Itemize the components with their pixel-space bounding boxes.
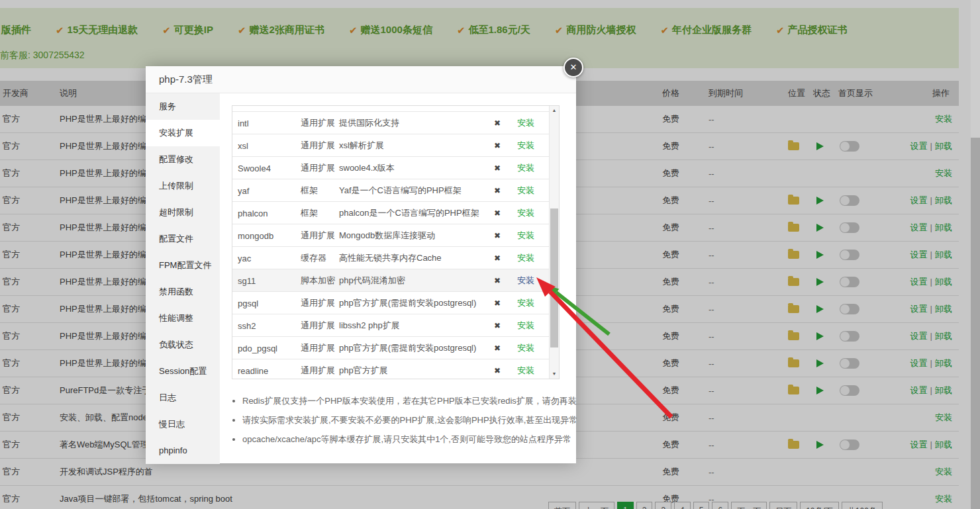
not-installed-icon: ✖ [494,254,501,263]
tab-[interactable]: 配置修改 [146,146,220,173]
extension-name: xsl [238,140,248,150]
not-installed-icon: ✖ [494,276,501,285]
tab-[interactable]: 上传限制 [146,173,220,199]
extension-install-link[interactable]: 安装 [517,275,534,287]
note-item: Redis扩展仅支持一个PHP版本安装使用，若在其它PHP版本已安装redis扩… [242,391,565,410]
extension-row: pgsql通用扩展php官方扩展(需提前安装postgresql)✖安装 [232,292,549,314]
extension-type: 框架 [301,207,318,219]
extension-row: yaf框架Yaf是一个C语言编写的PHP框架✖安装 [232,179,549,202]
extension-type: 通用扩展 [301,342,335,354]
scrollbar-thumb[interactable] [550,208,558,347]
extension-type: 脚本加密 [301,275,335,287]
not-installed-icon: ✖ [494,299,501,308]
extension-install-link[interactable]: 安装 [517,185,534,197]
note-item: opcache/xcache/apc等脚本缓存扩展,请只安装其中1个,否则可能导… [242,430,565,449]
extension-row: Swoole4通用扩展swoole4.x版本✖安装 [232,157,549,179]
extension-type: 通用扩展 [301,320,335,332]
tab-[interactable]: 配置文件 [146,226,220,252]
extension-type: 通用扩展 [301,365,335,377]
tab-session[interactable]: Session配置 [146,358,220,385]
extension-name: phalcon [238,208,268,218]
extension-row: pdo_pgsql通用扩展php官方扩展(需提前安装postgresql)✖安装 [232,337,549,359]
extension-name: sg11 [238,275,256,285]
extension-name: pdo_pgsql [238,343,277,353]
not-installed-icon: ✖ [494,186,501,195]
extension-row: xsl通用扩展xsl解析扩展✖安装 [232,134,549,157]
extension-type: 通用扩展 [301,297,335,309]
extension-install-link[interactable]: 安装 [517,365,534,377]
scroll-up-icon[interactable]: ▲ [550,106,559,115]
extension-desc: php官方扩展 [339,365,388,377]
modal-sidebar: 服务安装扩展配置修改上传限制超时限制配置文件FPM配置文件禁用函数性能调整负载状… [146,93,220,464]
extension-install-link[interactable]: 安装 [517,207,534,219]
extension-name: readline [238,365,268,375]
extension-type: 通用扩展 [301,117,335,129]
tab-[interactable]: 超时限制 [146,199,220,226]
extension-type: 通用扩展 [301,230,335,242]
tab-[interactable]: 日志 [146,385,220,411]
extension-desc: phalcon是一个C语言编写的PHP框架 [339,207,479,219]
extension-type: 通用扩展 [301,140,335,152]
extension-type: 框架 [301,185,318,197]
not-installed-icon: ✖ [494,141,501,150]
extension-install-link[interactable]: 安装 [517,320,534,332]
tab-[interactable]: 安装扩展 [146,120,220,146]
extension-desc: php官方扩展(需提前安装postgresql) [339,297,476,309]
extension-name: yaf [238,185,249,195]
page-scrollbar-thumb[interactable] [971,138,980,509]
note-item: 请按实际需求安装扩展,不要安装不必要的PHP扩展,这会影响PHP执行效率,甚至出… [242,410,565,430]
modal-title: php-7.3管理 [146,66,576,93]
close-icon[interactable]: ✕ [564,58,583,77]
extension-install-link[interactable]: 安装 [517,342,534,354]
extension-desc: libssh2 php扩展 [339,320,400,332]
tab-[interactable]: 负载状态 [146,332,220,358]
extension-row: yac缓存器高性能无锁共享内存Cache✖安装 [232,247,549,269]
tab-fpm[interactable]: FPM配置文件 [146,252,220,279]
extension-install-link[interactable]: 安装 [517,230,534,242]
screen: 版插件✔15天无理由退款✔可更换IP✔赠送2张商用证书✔赠送1000条短信✔低至… [0,0,980,509]
extension-desc: php官方扩展(需提前安装postgresql) [339,342,476,354]
extension-install-link[interactable]: 安装 [517,297,534,309]
extension-install-link[interactable]: 安装 [517,162,534,174]
extension-row: ssh2通用扩展libssh2 php扩展✖安装 [232,314,549,337]
tab-[interactable]: 性能调整 [146,305,220,332]
tab-phpinfo[interactable]: phpinfo [146,438,220,464]
not-installed-icon: ✖ [494,321,501,330]
extension-desc: Mongodb数据库连接驱动 [339,230,435,242]
page-scrollbar[interactable] [971,0,980,509]
tab-[interactable]: 慢日志 [146,411,220,438]
php-manage-modal: php-7.3管理 ✕ 服务安装扩展配置修改上传限制超时限制配置文件FPM配置文… [146,66,576,463]
extension-desc: 高性能无锁共享内存Cache [339,252,442,264]
extension-type: 通用扩展 [301,162,335,174]
modal-body: 服务安装扩展配置修改上传限制超时限制配置文件FPM配置文件禁用函数性能调整负载状… [146,93,576,464]
scroll-down-icon[interactable]: ▼ [550,369,559,379]
extension-install-link[interactable]: 安装 [517,117,534,129]
tab-[interactable]: 服务 [146,93,220,120]
extension-name: Swoole4 [238,163,271,173]
extension-install-link[interactable]: 安装 [517,252,534,264]
extensions-table: intl通用扩展提供国际化支持✖安装xsl通用扩展xsl解析扩展✖安装Swool… [232,105,560,379]
extension-name: mongodb [238,230,273,240]
tab-[interactable]: 禁用函数 [146,279,220,305]
extension-type: 缓存器 [301,252,326,264]
extension-name: pgsql [238,298,258,308]
extension-install-link[interactable]: 安装 [517,140,534,152]
extension-desc: Yaf是一个C语言编写的PHP框架 [339,185,462,197]
partial-row [232,106,549,112]
not-installed-icon: ✖ [494,163,501,173]
extension-row: intl通用扩展提供国际化支持✖安装 [232,112,549,134]
extensions-scrollbar[interactable]: ▲ ▼ [549,106,559,379]
extension-desc: 提供国际化支持 [339,117,399,129]
extension-row: mongodb通用扩展Mongodb数据库连接驱动✖安装 [232,224,549,247]
extension-desc: php代码混淆加密 [339,275,405,287]
extension-row: phalcon框架phalcon是一个C语言编写的PHP框架✖安装 [232,202,549,224]
extension-row: sg11脚本加密php代码混淆加密✖安装 [232,269,549,292]
not-installed-icon: ✖ [494,344,501,353]
extension-notes: Redis扩展仅支持一个PHP版本安装使用，若在其它PHP版本已安装redis扩… [230,391,565,449]
extension-name: intl [238,118,249,128]
not-installed-icon: ✖ [494,118,501,128]
not-installed-icon: ✖ [494,366,501,375]
extension-name: yac [238,253,251,263]
extension-desc: swoole4.x版本 [339,162,395,174]
not-installed-icon: ✖ [494,231,501,240]
